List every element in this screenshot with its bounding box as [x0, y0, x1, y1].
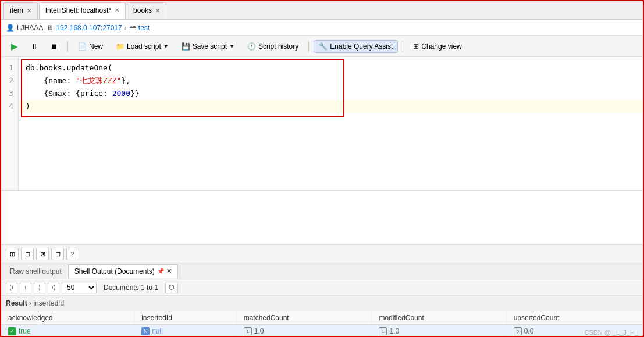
tab-books[interactable]: books ✕: [127, 2, 166, 19]
load-dropdown-icon: ▼: [163, 44, 169, 49]
history-icon: 🕐: [247, 42, 256, 51]
watermark: CSDN @ _L_J_H_: [585, 329, 638, 336]
tab-intellishell-close[interactable]: ✕: [115, 7, 119, 13]
line-num-4: 4: [6, 100, 13, 113]
pagination-bar: ⟨⟨ ⟨ ⟩ ⟩⟩ 50 100 200 Documents 1 to 1 ⬡: [1, 279, 643, 296]
bottom-icon-4[interactable]: ⊡: [51, 248, 64, 260]
db-label[interactable]: test: [138, 24, 150, 32]
stop-button[interactable]: ⏹: [45, 40, 63, 53]
script-history-label: Script history: [258, 42, 298, 51]
code-editor[interactable]: db.books.updateOne( {name: "七龙珠ZZZ"}, {$…: [19, 57, 643, 190]
toolbar-sep-2: [308, 41, 309, 52]
doc-count-label: Documents 1 to 1: [104, 284, 158, 292]
cell-num-matchedCount: 1 1.0: [244, 327, 365, 335]
insertedId-value: null: [152, 327, 163, 335]
bottom-help-icon[interactable]: ?: [66, 248, 79, 260]
modifiedCount-value: 1.0: [389, 327, 399, 335]
line-num-3: 3: [6, 87, 13, 100]
nav-next[interactable]: ⟩: [34, 282, 45, 293]
save-script-button[interactable]: 💾 Save script ▼: [176, 40, 240, 53]
bottom-icon-2[interactable]: ⊟: [21, 248, 34, 260]
output-tab-bar: Raw shell output Shell Output (Documents…: [1, 263, 643, 279]
tab-item-close[interactable]: ✕: [27, 8, 31, 14]
bottom-toolbar: ⊞ ⊟ ⊠ ⊡ ?: [1, 245, 643, 263]
code-line-1: db.books.updateOne(: [26, 62, 636, 74]
result-area: acknowledged insertedId matchedCount mod…: [1, 311, 643, 337]
main-content: 👤 LJHAAA 🖥 192.168.0.107:27017 › 🗃 test …: [1, 20, 643, 337]
tab-shell-output-documents[interactable]: Shell Output (Documents) 📌 ✕: [68, 264, 178, 278]
stop-icon: ⏹: [51, 42, 58, 51]
result-label: Result: [6, 299, 27, 307]
enable-query-assist-button[interactable]: 🔧 Enable Query Assist: [314, 40, 398, 53]
upsertedCount-value: 0.0: [524, 327, 534, 335]
tab-books-close[interactable]: ✕: [155, 8, 160, 14]
user-icon: 👤: [6, 24, 15, 32]
cell-matchedCount: 1 1.0: [236, 325, 372, 338]
table-header-row: acknowledged insertedId matchedCount mod…: [1, 311, 643, 325]
server-label[interactable]: 192.168.0.107:27017: [56, 24, 122, 32]
enable-query-assist-label: Enable Query Assist: [330, 42, 393, 51]
toolbar-sep-1: [67, 41, 68, 52]
matchedCount-value: 1.0: [254, 327, 264, 335]
user-label: LJHAAA: [17, 24, 43, 32]
bottom-icon-3[interactable]: ⊠: [36, 248, 49, 260]
cell-null-insertedId: N null: [141, 327, 229, 335]
change-view-label: Change view: [421, 42, 461, 51]
script-history-button[interactable]: 🕐 Script history: [242, 40, 304, 53]
load-script-label: Load script: [127, 42, 161, 51]
num-icon-upsertedCount: 0: [514, 327, 522, 335]
nav-prev[interactable]: ⟨: [20, 282, 31, 293]
breadcrumb-chevron: ›: [124, 24, 127, 32]
code-line-3: {$max: {price: 2000}}: [26, 87, 636, 100]
nav-last[interactable]: ⟩⟩: [48, 282, 59, 293]
bottom-icon-1[interactable]: ⊞: [6, 248, 19, 260]
code-line-2: {name: "七龙珠ZZZ"},: [26, 74, 636, 87]
table-row: ✓ true N null 1 1.0: [1, 325, 643, 338]
save-script-label: Save script: [193, 42, 227, 51]
db-icon: 🗃: [129, 24, 136, 32]
nav-first[interactable]: ⟨⟨: [6, 282, 17, 293]
col-acknowledged: acknowledged: [1, 311, 134, 325]
new-icon: 📄: [78, 42, 87, 51]
tab-item-label: item: [10, 6, 23, 15]
cell-insertedId: N null: [134, 325, 237, 338]
new-label: New: [89, 42, 103, 51]
change-view-button[interactable]: ⊞ Change view: [408, 40, 467, 53]
editor-container: 1 2 3 4 db.books.updateOne( {name: "七龙珠Z…: [1, 57, 643, 191]
cell-bool-acknowledged: ✓ true: [8, 327, 127, 335]
new-button[interactable]: 📄 New: [73, 40, 108, 53]
tab-item[interactable]: item ✕: [3, 2, 38, 19]
save-dropdown-icon: ▼: [229, 44, 234, 49]
line-num-1: 1: [6, 62, 13, 74]
pause-button[interactable]: ⏸: [26, 40, 43, 53]
code-line-4: ): [19, 100, 643, 113]
load-script-button[interactable]: 📁 Load script ▼: [111, 40, 174, 53]
tab-raw-shell-output[interactable]: Raw shell output: [3, 264, 68, 278]
result-header: Result › insertedId: [1, 296, 643, 311]
col-modifiedCount: modifiedCount: [372, 311, 506, 325]
editor-empty-space[interactable]: [1, 191, 643, 245]
export-button[interactable]: ⬡: [165, 282, 178, 293]
tab-bar: item ✕ IntelliShell: localhost* ✕ books …: [1, 1, 643, 20]
server-icon: 🖥: [47, 24, 54, 32]
code-text-1: db.books.updateOne(: [26, 62, 112, 74]
watermark-text: CSDN @ _L_J_H_: [585, 329, 638, 336]
tab-books-label: books: [133, 6, 152, 15]
query-assist-icon: 🔧: [319, 42, 328, 51]
line-numbers: 1 2 3 4: [1, 57, 19, 190]
page-size-select[interactable]: 50 100 200: [62, 282, 97, 293]
cell-num-modifiedCount: 1 1.0: [379, 327, 499, 335]
tab-intellishell[interactable]: IntelliShell: localhost* ✕: [39, 2, 126, 19]
raw-shell-label: Raw shell output: [10, 267, 62, 275]
bool-icon-acknowledged: ✓: [8, 327, 16, 335]
line-num-2: 2: [6, 74, 13, 87]
col-insertedId: insertedId: [134, 311, 237, 325]
col-matchedCount: matchedCount: [236, 311, 372, 325]
num-icon-modifiedCount: 1: [379, 327, 387, 335]
output-tab-close[interactable]: ✕: [166, 267, 172, 275]
pin-icon: 📌: [157, 268, 164, 274]
cell-acknowledged: ✓ true: [1, 325, 134, 338]
play-button[interactable]: ▶: [6, 39, 23, 54]
breadcrumb: 👤 LJHAAA 🖥 192.168.0.107:27017 › 🗃 test: [1, 20, 643, 36]
result-path: insertedId: [33, 299, 64, 307]
